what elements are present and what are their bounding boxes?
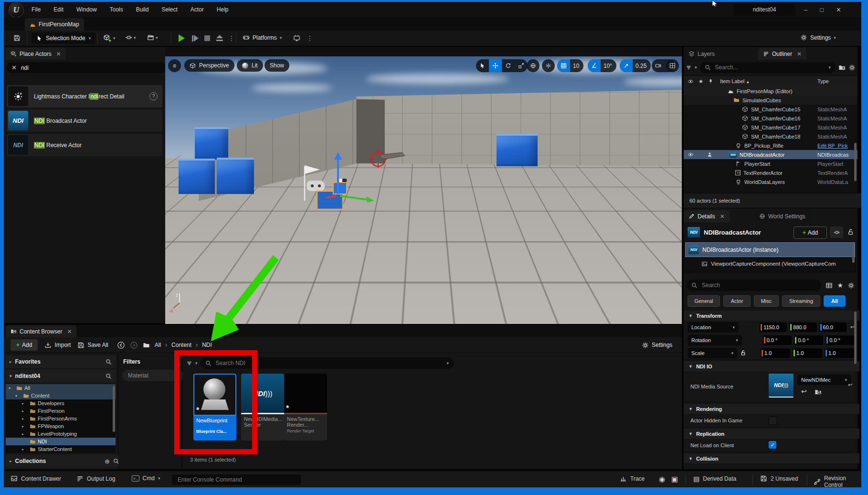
scale-dropdown[interactable]: Scale▾ bbox=[688, 348, 737, 358]
add-actor-button[interactable]: ▾ bbox=[103, 34, 116, 43]
tab-layers[interactable]: Layers bbox=[684, 48, 756, 60]
display-filter-icon[interactable] bbox=[826, 282, 833, 289]
tab-place-actors[interactable]: Place Actors ✕ bbox=[6, 48, 66, 60]
back-icon[interactable] bbox=[117, 341, 125, 349]
menu-build[interactable]: Build bbox=[136, 6, 149, 13]
menu-select[interactable]: Select bbox=[161, 6, 177, 13]
menu-window[interactable]: Window bbox=[76, 6, 97, 13]
save-level-icon[interactable] bbox=[13, 34, 21, 42]
lock-icon[interactable] bbox=[740, 350, 746, 356]
rotation-snap-value[interactable]: 10° bbox=[601, 63, 616, 69]
lit-dropdown[interactable]: Lit bbox=[237, 59, 263, 72]
eject-button[interactable] bbox=[216, 35, 223, 41]
trace-button[interactable]: Trace bbox=[620, 475, 645, 482]
chip-actor[interactable]: Actor bbox=[723, 295, 751, 307]
scale-snap-value[interactable]: 0.25 bbox=[633, 63, 651, 69]
camera-speed-icon[interactable] bbox=[652, 59, 665, 72]
location-y-field[interactable]: 880.0 bbox=[789, 323, 816, 332]
output-log-button[interactable]: Output Log bbox=[76, 475, 115, 482]
table-row[interactable]: PlayerStartPlayerStart bbox=[684, 159, 857, 168]
tab-content-browser[interactable]: Content Browser ✕ bbox=[6, 325, 76, 337]
scale-z-field[interactable]: 1.0 bbox=[825, 348, 854, 358]
rotation-z-field[interactable]: 0.0 ° bbox=[826, 335, 855, 345]
favorites-star-icon[interactable]: ★ bbox=[837, 281, 843, 289]
show-dropdown[interactable]: Show bbox=[265, 59, 289, 72]
table-row[interactable]: SM_ChamferCube18StaticMeshA bbox=[684, 132, 857, 141]
scale-y-field[interactable]: 1.0 bbox=[793, 348, 822, 358]
table-row[interactable]: WorldDataLayersWorldDataLa bbox=[684, 177, 857, 186]
insights-record-icon[interactable]: ◉ bbox=[659, 475, 665, 484]
place-actors-search[interactable]: ✕ bbox=[7, 62, 166, 73]
breadcrumb-all[interactable]: All bbox=[155, 342, 161, 348]
tree-item-all[interactable]: ▾All bbox=[6, 384, 116, 392]
details-scrollbar[interactable] bbox=[854, 312, 857, 364]
eye-icon[interactable] bbox=[688, 151, 694, 158]
settings-dropdown[interactable]: Settings ▾ bbox=[800, 34, 836, 41]
tree-item-fpweapon[interactable]: ▸FPWeapon bbox=[6, 422, 116, 430]
screenshot-icon[interactable]: ▣ bbox=[671, 475, 678, 484]
selection-mode-dropdown[interactable]: Selection Mode ▾ bbox=[32, 32, 95, 44]
browse-asset-icon[interactable] bbox=[815, 388, 822, 396]
save-all-button[interactable]: Save All bbox=[77, 342, 108, 349]
list-item-lightmass[interactable]: Lightmass Character Indirect Detail ? bbox=[7, 85, 162, 108]
scale-snap-icon[interactable]: ↗ bbox=[620, 59, 633, 72]
blueprint-edit-button[interactable] bbox=[830, 226, 843, 238]
filter-icon[interactable] bbox=[686, 65, 692, 71]
tab-firstpersonmap[interactable]: FirstPersonMap bbox=[25, 18, 84, 31]
list-item-ndi-receive[interactable]: NDI NDI Receive Actor bbox=[7, 134, 162, 156]
tree-item-developers[interactable]: ▸Developers bbox=[6, 399, 116, 407]
forward-icon[interactable] bbox=[130, 341, 138, 349]
search-input[interactable] bbox=[20, 64, 161, 72]
media-source-thumbnail[interactable]: NDI))) bbox=[769, 374, 794, 398]
table-row[interactable]: SM_ChamferCube16StaticMeshA bbox=[684, 114, 857, 123]
rotate-tool-icon[interactable] bbox=[502, 59, 515, 72]
outliner-scrollbar[interactable] bbox=[854, 143, 857, 181]
console-input[interactable] bbox=[177, 476, 296, 484]
component-row-selected[interactable]: NDI NDIBroadcastActor (Instance) bbox=[685, 242, 855, 257]
derived-data-button[interactable]: ▤ Derived Data bbox=[693, 475, 736, 483]
favorites-header[interactable]: ▸Favorites bbox=[6, 355, 116, 368]
filter-chevron[interactable]: ▾ bbox=[695, 65, 697, 70]
table-row-selected[interactable]: NDI NDIBroadcastActorNDIBroadcas bbox=[684, 150, 857, 159]
search-icon[interactable] bbox=[106, 359, 112, 365]
rotation-y-field[interactable]: 0.0 ° bbox=[794, 335, 823, 345]
tree-item-startercontent[interactable]: ▸StarterContent bbox=[6, 445, 116, 453]
content-drawer-button[interactable]: Content Drawer bbox=[11, 475, 61, 482]
clear-search-icon[interactable]: ✕ bbox=[11, 64, 17, 71]
help-icon[interactable]: ? bbox=[149, 92, 158, 100]
search-input[interactable] bbox=[701, 281, 816, 289]
add-component-button[interactable]: +Add bbox=[794, 226, 827, 239]
table-row[interactable]: SimulatedCubes bbox=[684, 96, 857, 105]
surface-snap-icon[interactable] bbox=[542, 59, 555, 72]
close-icon[interactable]: ✕ bbox=[720, 213, 725, 220]
use-selected-icon[interactable]: ↩ bbox=[801, 387, 807, 395]
toolbar-kebab[interactable]: ⋮ bbox=[307, 34, 313, 42]
import-button[interactable]: Import bbox=[44, 342, 71, 349]
new-folder-icon[interactable] bbox=[838, 64, 846, 71]
pin-icon[interactable] bbox=[708, 79, 713, 84]
rotation-x-field[interactable]: 0.0 ° bbox=[763, 335, 792, 345]
grid-snap-icon[interactable] bbox=[557, 59, 570, 72]
search-icon[interactable] bbox=[106, 373, 112, 379]
quad-view-icon[interactable] bbox=[666, 59, 679, 72]
viewport-options-icon[interactable]: ≡ bbox=[168, 59, 181, 72]
blueprints-button[interactable]: ▾ bbox=[125, 34, 136, 41]
menu-help[interactable]: Help bbox=[217, 6, 229, 13]
breadcrumb-content[interactable]: Content bbox=[171, 342, 191, 348]
component-row[interactable]: ViewportCaptureComponent (ViewportCaptur… bbox=[685, 257, 855, 270]
table-row[interactable]: BP_Pickup_RifleEdit BP_Pick bbox=[684, 141, 857, 150]
rotation-dropdown[interactable]: Rotation▾ bbox=[688, 335, 742, 345]
search-input[interactable] bbox=[714, 64, 826, 71]
maximize-button[interactable]: □ bbox=[820, 6, 824, 13]
netload-checkbox[interactable]: ✓ bbox=[769, 441, 776, 449]
menu-tools[interactable]: Tools bbox=[110, 6, 123, 13]
cinematics-button[interactable]: ▾ bbox=[147, 34, 158, 41]
close-icon[interactable]: ✕ bbox=[797, 51, 802, 57]
chip-all[interactable]: All bbox=[824, 295, 846, 307]
rotation-snap-icon[interactable]: ∠ bbox=[588, 59, 601, 72]
skip-frame-button[interactable] bbox=[192, 35, 199, 42]
chip-streaming[interactable]: Streaming bbox=[782, 295, 820, 307]
world-space-icon[interactable] bbox=[527, 59, 540, 72]
location-dropdown[interactable]: Location▾ bbox=[688, 322, 739, 333]
section-transform[interactable]: ▼Transform bbox=[684, 311, 859, 321]
